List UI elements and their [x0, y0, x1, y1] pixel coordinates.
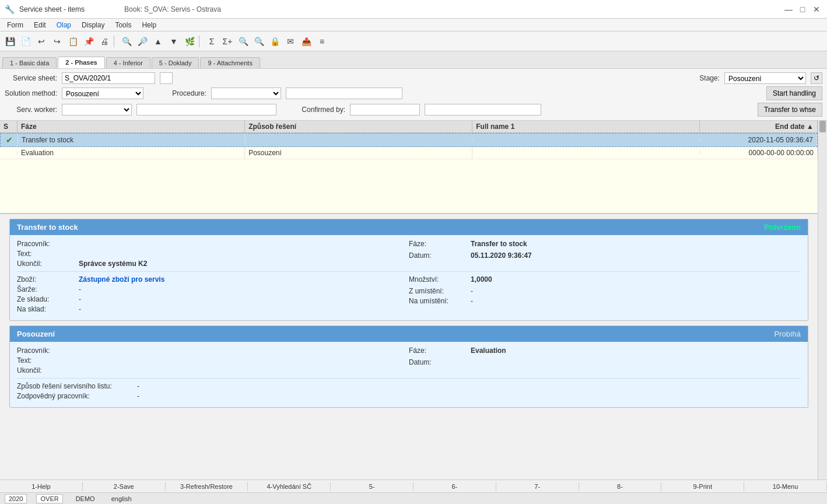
toolbar-tree[interactable]: 🌿	[182, 34, 197, 49]
label-faze-detail: Fáze:	[409, 240, 467, 248]
label-datum: Datum:	[409, 251, 467, 260]
panel2-row-2: Způsob řešení servisního listu: - Zodpov…	[17, 382, 801, 400]
toolbar-filter[interactable]: 🔍	[119, 34, 134, 49]
tab-basic-data[interactable]: 1 - Basic data	[2, 57, 57, 68]
toolbar-export[interactable]: 📤	[299, 34, 314, 49]
form-row-1: Service sheet: Stage: Posouzení ↺	[5, 71, 822, 85]
menu-olap[interactable]: Olap	[52, 20, 76, 30]
service-sheet-extra[interactable]	[160, 72, 173, 84]
toolbar-save[interactable]: 💾	[2, 34, 17, 49]
toolbar-search[interactable]: 🔎	[135, 34, 150, 49]
confirmed-by-value[interactable]	[350, 104, 420, 116]
solution-method-select[interactable]: Posouzení	[62, 88, 143, 99]
toolbar-paste[interactable]: 📌	[81, 34, 96, 49]
field-mnozstvi: Množství: 1,0000	[409, 275, 801, 284]
menu-display[interactable]: Display	[77, 20, 109, 30]
label-na-umisteni: Na umístění:	[409, 297, 467, 305]
panel-row-1: Pracovník: Text: Ukončil: Správce systém…	[17, 240, 801, 268]
procedure-select[interactable]	[211, 88, 281, 99]
status-over: OVER	[36, 494, 62, 503]
stage-select[interactable]: Posouzení	[724, 72, 806, 84]
start-handling-button[interactable]: Start handling	[766, 86, 822, 100]
toolbar-calc[interactable]: Σ+	[220, 34, 235, 49]
stage-refresh-button[interactable]: ↺	[811, 72, 822, 84]
toolbar-sep2	[199, 36, 202, 47]
service-sheet-label: Service sheet:	[5, 74, 57, 82]
menu-edit[interactable]: Edit	[29, 20, 51, 30]
field-datum: Datum: 05.11.2020 9:36:47	[409, 251, 801, 260]
tab-attachments[interactable]: 9 - Attachments	[200, 57, 260, 68]
fn-6[interactable]: 6-	[414, 482, 496, 491]
service-sheet-input[interactable]	[62, 72, 155, 84]
detail-scroll[interactable]: Transfer to stock Potvrzeno Pracovník: T…	[0, 214, 818, 480]
menu-form[interactable]: Form	[2, 20, 28, 30]
fn-2-save[interactable]: 2-Save	[83, 482, 166, 491]
fn-5[interactable]: 5-	[331, 482, 414, 491]
field-na-sklad: Na sklad: -	[17, 305, 409, 313]
toolbar-find[interactable]: 🔍	[236, 34, 251, 49]
grid-area: S Fáze Způsob řešení Full name 1 End dat…	[0, 121, 818, 214]
cell-s-1: ✔	[1, 134, 18, 146]
serv-worker-text[interactable]	[136, 104, 276, 116]
fn-4-vyhledani[interactable]: 4-Vyhledání SČ	[248, 482, 331, 491]
toolbar-find2[interactable]: 🔍	[251, 34, 267, 49]
grid-row-2[interactable]: Evaluation Posouzení 0000-00-00 00:00:00	[0, 147, 818, 159]
procedure-label: Procedure:	[160, 89, 206, 97]
scroll-thumb[interactable]	[819, 121, 826, 132]
toolbar-print[interactable]: 🖨	[97, 34, 112, 49]
fn-8[interactable]: 8-	[579, 482, 662, 491]
procedure-text-input[interactable]	[286, 88, 402, 99]
value-zbozi[interactable]: Zástupné zboží pro servis	[79, 275, 164, 284]
tab-doklady[interactable]: 5 - Doklady	[152, 57, 199, 68]
value2-zodp: -	[137, 392, 139, 400]
toolbar-new[interactable]: 📄	[18, 34, 33, 49]
toolbar-mail[interactable]: ✉	[283, 34, 298, 49]
tab-phases[interactable]: 2 - Phases	[58, 57, 104, 68]
label2-datum: Datum:	[409, 358, 467, 366]
field2-faze: Fáze: Evaluation	[409, 346, 801, 355]
status-lang: english	[108, 495, 135, 503]
serv-worker-select[interactable]	[62, 104, 132, 116]
fn-1-help[interactable]: 1-Help	[0, 482, 83, 491]
toolbar-down[interactable]: ▼	[166, 34, 181, 49]
close-button[interactable]: ✕	[811, 4, 822, 15]
label-z-umisteni: Z umístění:	[409, 287, 467, 295]
menu-help[interactable]: Help	[137, 20, 161, 30]
toolbar-list[interactable]: ≡	[314, 34, 330, 49]
maximize-button[interactable]: □	[797, 4, 808, 15]
grid-header: S Fáze Způsob řešení Full name 1 End dat…	[0, 121, 818, 133]
fn-3-refresh[interactable]: 3-Refresh/Restore	[166, 482, 248, 491]
toolbar-sum[interactable]: Σ	[204, 34, 219, 49]
toolbar-undo[interactable]: ↩	[34, 34, 49, 49]
fn-10-menu[interactable]: 10-Menu	[744, 482, 827, 491]
menu-bar: Form Edit Olap Display Tools Help	[0, 19, 827, 32]
form-area: Service sheet: Stage: Posouzení ↺ Soluti…	[0, 69, 827, 121]
panel-body-posouzeni: Pracovník: Text: Ukončil:	[10, 342, 808, 407]
value-na-sklad: -	[79, 305, 81, 313]
toolbar-lock[interactable]: 🔒	[267, 34, 282, 49]
grid-row-1[interactable]: ✔ Transfer to stock 2020-11-05 09:36:47	[0, 133, 818, 147]
cell-enddate-2: 0000-00-00 00:00:00	[700, 147, 818, 159]
tab-bar: 1 - Basic data 2 - Phases 4 - Inferior 5…	[0, 51, 827, 69]
panel-body-transfer: Pracovník: Text: Ukončil: Správce systém…	[10, 235, 808, 320]
field2-pracovnik: Pracovník:	[17, 346, 409, 355]
tab-inferior[interactable]: 4 - Inferior	[106, 57, 150, 68]
toolbar-copy[interactable]: 📋	[65, 34, 80, 49]
menu-tools[interactable]: Tools	[110, 20, 136, 30]
transfer-to-whse-button[interactable]: Transfer to whse	[758, 103, 822, 117]
panel2-col-right-1: Fáze: Evaluation Datum:	[409, 346, 801, 374]
confirmed-by-text[interactable]	[425, 104, 541, 116]
panel-row-2: Zboží: Zástupné zboží pro servis Šarže: …	[17, 275, 801, 313]
col-zpusob: Způsob řešení	[245, 121, 472, 132]
minimize-button[interactable]: —	[783, 4, 794, 15]
value-ukoncil: Správce systému K2	[79, 260, 147, 268]
field-pracovnik: Pracovník:	[17, 240, 409, 248]
fn-9-print[interactable]: 9-Print	[661, 482, 744, 491]
field-na-umisteni: Na umístění: -	[409, 297, 801, 305]
detail-panel-posouzeni: Posouzení Probíhá Pracovník: Text:	[9, 326, 808, 408]
fn-7[interactable]: 7-	[496, 482, 579, 491]
stage-label: Stage:	[667, 74, 720, 82]
right-scrollbar[interactable]	[818, 121, 827, 480]
toolbar-redo[interactable]: ↪	[50, 34, 65, 49]
toolbar-up[interactable]: ▲	[150, 34, 166, 49]
